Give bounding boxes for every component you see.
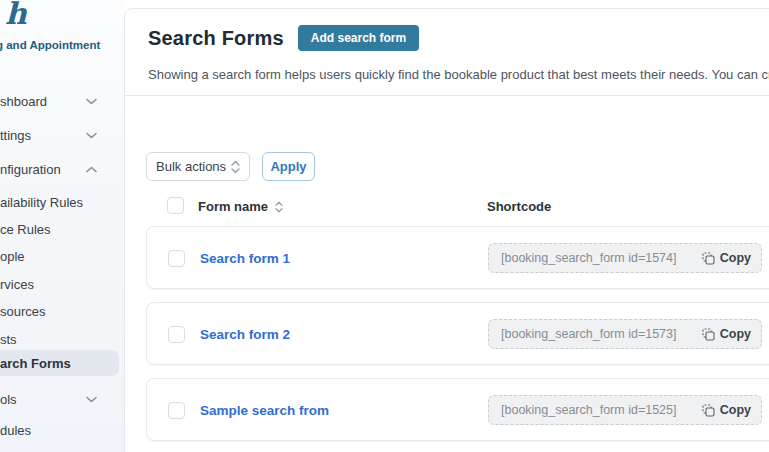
shortcode-text: [booking_search_form id=1573] xyxy=(501,327,676,341)
row-checkbox[interactable] xyxy=(168,402,185,419)
brand-name: g and Appointment xyxy=(0,39,100,51)
chevron-up-icon xyxy=(86,166,97,173)
copy-icon xyxy=(702,328,715,341)
add-search-form-button[interactable]: Add search form xyxy=(298,25,419,51)
shortcode-pill: [booking_search_form id=1573] Copy xyxy=(488,319,762,349)
sidebar-item[interactable]: shboard xyxy=(0,88,111,114)
sidebar-item-label: dules xyxy=(0,423,31,438)
form-name-link[interactable]: Sample search from xyxy=(200,403,329,418)
copy-button[interactable]: Copy xyxy=(702,403,751,417)
sidebar-item[interactable]: sources xyxy=(0,298,111,324)
form-name-link[interactable]: Search form 1 xyxy=(200,251,290,266)
copy-icon xyxy=(702,404,715,417)
header-divider xyxy=(125,95,769,96)
table-row: Search form 2 [booking_search_form id=15… xyxy=(146,302,769,365)
bulk-actions-select[interactable]: Bulk actions xyxy=(146,152,250,181)
sidebar-item-label: nfiguration xyxy=(0,162,61,177)
page-title: Search Forms xyxy=(148,27,284,50)
bulk-actions-label: Bulk actions xyxy=(156,159,226,174)
sidebar-item-label: rvices xyxy=(0,277,34,292)
sidebar-item-label: arch Forms xyxy=(0,356,71,371)
shortcode-pill: [booking_search_form id=1574] Copy xyxy=(488,243,762,273)
sidebar-item[interactable]: ols xyxy=(0,386,111,412)
sidebar-item[interactable]: ailability Rules xyxy=(0,189,111,215)
copy-label: Copy xyxy=(720,403,751,417)
sidebar: h g and Appointment shboard ttings nfigu… xyxy=(0,0,124,452)
row-checkbox[interactable] xyxy=(168,326,185,343)
chevron-down-icon xyxy=(86,396,97,403)
chevron-down-icon xyxy=(86,132,97,139)
brand-logo: h xyxy=(5,0,27,31)
sidebar-item[interactable]: ce Rules xyxy=(0,216,111,242)
select-updown-icon xyxy=(231,160,240,174)
copy-button[interactable]: Copy xyxy=(702,251,751,265)
column-shortcode: Shortcode xyxy=(487,199,551,214)
copy-label: Copy xyxy=(720,327,751,341)
table-row: Search form 1 [booking_search_form id=15… xyxy=(146,226,769,289)
copy-button[interactable]: Copy xyxy=(702,327,751,341)
apply-button[interactable]: Apply xyxy=(262,152,315,181)
sidebar-item[interactable]: arch Forms xyxy=(0,350,119,376)
sidebar-item-label: shboard xyxy=(0,94,47,109)
copy-icon xyxy=(702,252,715,265)
chevron-down-icon xyxy=(86,98,97,105)
sidebar-item-label: ailability Rules xyxy=(0,195,83,210)
column-form-name[interactable]: Form name xyxy=(198,199,283,214)
shortcode-text: [booking_search_form id=1525] xyxy=(501,403,676,417)
sidebar-item[interactable]: ople xyxy=(0,243,111,269)
sidebar-item-label: ttings xyxy=(0,128,31,143)
shortcode-pill: [booking_search_form id=1525] Copy xyxy=(488,395,762,425)
sidebar-item[interactable]: rvices xyxy=(0,271,111,297)
page-header: Search Forms Add search form xyxy=(148,25,419,51)
sidebar-item-label: ople xyxy=(0,249,25,264)
sidebar-item-label: ce Rules xyxy=(0,222,51,237)
page-description: Showing a search form helps users quickl… xyxy=(148,67,769,82)
row-checkbox[interactable] xyxy=(168,250,185,267)
sidebar-item-label: ols xyxy=(0,392,17,407)
table-header: Form name Shortcode xyxy=(125,197,769,217)
sidebar-item[interactable]: ttings xyxy=(0,122,111,148)
app-window: h g and Appointment shboard ttings nfigu… xyxy=(0,0,769,452)
sort-icon[interactable] xyxy=(275,201,283,213)
main-panel: Search Forms Add search form Showing a s… xyxy=(124,8,769,452)
sidebar-item[interactable]: nfiguration xyxy=(0,156,111,182)
form-name-link[interactable]: Search form 2 xyxy=(200,327,290,342)
shortcode-text: [booking_search_form id=1574] xyxy=(501,251,676,265)
sidebar-item[interactable]: sts xyxy=(0,326,111,352)
sidebar-item-label: sources xyxy=(0,304,46,319)
sidebar-item[interactable]: dules xyxy=(0,417,111,443)
copy-label: Copy xyxy=(720,251,751,265)
sidebar-item-label: sts xyxy=(0,332,17,347)
select-all-checkbox[interactable] xyxy=(167,197,184,214)
table-row: Sample search from [booking_search_form … xyxy=(146,378,769,441)
